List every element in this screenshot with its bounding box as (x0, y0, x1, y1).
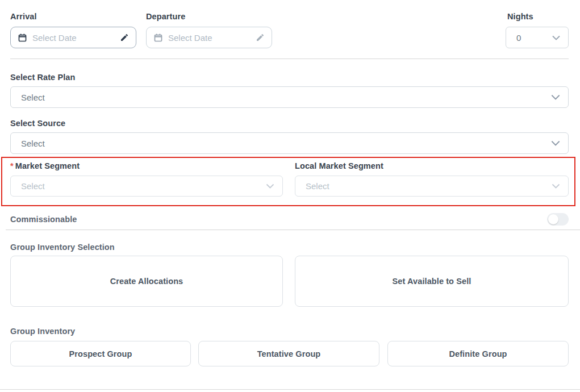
group-inventory-selection-label: Group Inventory Selection (10, 243, 115, 252)
chevron-down-icon (552, 35, 560, 40)
calendar-icon (18, 33, 27, 43)
arrival-label: Arrival (10, 12, 37, 21)
section-divider (6, 230, 580, 230)
rate-plan-label: Select Rate Plan (10, 73, 75, 82)
edit-pencil-icon[interactable] (256, 33, 265, 42)
source-select[interactable]: Select (10, 132, 569, 154)
edit-pencil-icon[interactable] (120, 33, 129, 42)
arrival-date-placeholder: Select Date (32, 33, 120, 43)
local-market-segment-select[interactable]: Select (295, 176, 569, 197)
prospect-group-button[interactable]: Prospect Group (10, 341, 191, 366)
chevron-down-icon (551, 94, 560, 100)
calendar-icon (153, 33, 163, 43)
set-available-to-sell-button[interactable]: Set Available to Sell (295, 256, 569, 307)
chevron-down-icon (551, 140, 560, 146)
group-inventory-label: Group Inventory (10, 327, 75, 336)
group-booking-form: Arrival Select Date Departure (0, 0, 580, 392)
create-allocations-button[interactable]: Create Allocations (10, 256, 283, 307)
commissionable-toggle[interactable] (547, 213, 569, 226)
definite-group-button[interactable]: Definite Group (387, 341, 569, 366)
source-value: Select (21, 139, 551, 148)
departure-date-placeholder: Select Date (168, 33, 256, 43)
market-segment-select[interactable]: Select (10, 176, 283, 197)
required-asterisk: * (10, 161, 14, 170)
toggle-knob (548, 214, 558, 224)
departure-label: Departure (146, 12, 185, 21)
local-market-segment-value: Select (306, 181, 552, 191)
bottom-divider (0, 389, 580, 390)
arrival-date-input[interactable]: Select Date (10, 27, 136, 48)
local-market-segment-label: Local Market Segment (295, 161, 383, 170)
tentative-group-button[interactable]: Tentative Group (198, 341, 379, 366)
chevron-down-icon (552, 184, 560, 189)
commissionable-label: Commissionable (10, 215, 77, 224)
departure-date-input[interactable]: Select Date (146, 27, 272, 48)
rate-plan-select[interactable]: Select (10, 86, 569, 108)
chevron-down-icon (266, 184, 274, 189)
market-segment-value: Select (21, 181, 266, 191)
rate-plan-value: Select (21, 93, 551, 102)
section-divider (10, 59, 569, 59)
market-segment-label: *Market Segment (10, 161, 80, 170)
source-label: Select Source (10, 119, 65, 128)
nights-select[interactable]: 0 (506, 27, 569, 48)
nights-value: 0 (516, 33, 552, 43)
nights-label: Nights (507, 12, 533, 21)
